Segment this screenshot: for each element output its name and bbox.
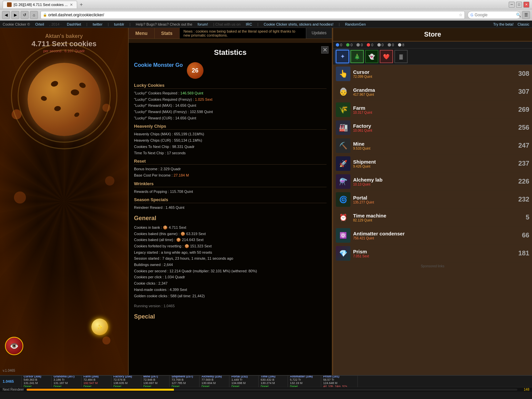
currency-val-1: 0 <box>350 43 352 47</box>
bottom-col-grandma: Grandma (307) 3.186 Tr 131.187 M Done! <box>52 376 81 387</box>
upgrade-item-4[interactable]: ▓ <box>394 50 408 63</box>
factory-count: 256 <box>514 124 529 131</box>
bottom-shipment-base: 127.785 M <box>172 381 197 385</box>
tumblr-link[interactable]: tumblr <box>114 22 124 26</box>
baked-game-row: Cookies baked (this game) : 🍪 63.319 Sex… <box>134 231 327 237</box>
tab-close-btn[interactable]: ✕ <box>70 3 73 7</box>
upgrade-item-3[interactable]: ❤️ <box>380 50 393 63</box>
currency-val-3: 0 <box>371 43 373 47</box>
bottom-col-prism: Prism (181) 56.57 Tr 124.648 M 4d, 10h, … <box>321 376 358 387</box>
address-bar[interactable] <box>48 13 459 17</box>
reload-button[interactable]: ↺ <box>21 11 29 19</box>
special-title: Special <box>134 313 327 320</box>
menu-button[interactable]: Menu <box>129 28 155 39</box>
building-row-factory[interactable]: 🏭 Factory 10.061 Quint 256 <box>333 119 532 137</box>
factory-cost-val: 10.061 Quint <box>353 129 372 132</box>
classic-link[interactable]: Classic <box>518 22 529 26</box>
bottom-mine-title: Mine (247) <box>143 376 167 378</box>
lucky-required-row: "Lucky!" Cookies Required : 146.569 Quin… <box>134 90 327 96</box>
forum-link[interactable]: forum! <box>198 22 208 26</box>
upgrade-icon-2: 👻 <box>368 54 375 60</box>
menu-button[interactable]: ☰ <box>522 11 530 19</box>
beta-link[interactable]: Try the beta! <box>493 22 513 26</box>
building-row-mine[interactable]: ⛏️ Mine 9.533 Quint 247 <box>333 137 532 155</box>
currency-val-4: 0 <box>382 43 384 47</box>
grandma-cost-val: 417.967 Quint <box>353 93 374 96</box>
building-row-timemachine[interactable]: ⏰ Time machine 82.129 Quint 5 <box>333 208 532 226</box>
golden-cookie[interactable]: ✨ <box>91 319 108 335</box>
hc-next-val: 98.331 Quadr <box>172 145 195 149</box>
search-input[interactable] <box>475 13 515 17</box>
special-section: Special <box>134 313 327 320</box>
middle-panel: Menu Stats News : cookies now being bake… <box>128 28 332 375</box>
prism-info: Prism 7.051 Sext <box>353 249 514 258</box>
security-icon: 🔒 <box>43 13 47 17</box>
bottom-cursor-time: Done! <box>24 385 49 387</box>
twitter-link[interactable]: twitter <box>93 22 102 26</box>
bottom-stats-row: Cursor (308) 549.363 B 131.241 M Done! G… <box>22 376 532 387</box>
upgrade-item-2[interactable]: 👻 <box>365 50 378 63</box>
window-close-btn[interactable]: ✕ <box>523 2 529 8</box>
game-area: Aktan's bakery 4.711 Sext cookies per se… <box>0 28 532 375</box>
mine-count: 247 <box>514 142 529 149</box>
big-cookie[interactable] <box>28 63 101 136</box>
irc-link[interactable]: IRC <box>246 22 252 26</box>
timemachine-cost: 82.129 Quint <box>353 218 514 222</box>
building-row-grandma[interactable]: 👵 Grandma 417.967 Quint 307 <box>333 83 532 101</box>
right-panel: Store 0 0 0 0 0 <box>332 28 532 375</box>
building-row-shipment[interactable]: 🚀 Shipment 9.426 Quint 237 <box>333 155 532 173</box>
bottom-prism-time: 4d, 10h, 24m, 52s <box>323 385 355 387</box>
farm-icon: 🌾 <box>336 102 350 117</box>
currency-dot-5 <box>388 43 391 47</box>
building-row-portal[interactable]: 🌀 Portal 135.277 Quint 232 <box>333 191 532 208</box>
bookmark-icon[interactable]: ☆ <box>459 13 463 17</box>
browser-tab[interactable]: [G 26][148] 4.711 Sext cookies ... ✕ <box>3 1 77 8</box>
search-icon[interactable]: 🔍 <box>516 13 521 17</box>
reset-cost-val: 27.184 M <box>174 173 189 177</box>
updates-button[interactable]: Updates <box>306 28 332 39</box>
currency-dot-4 <box>377 43 381 47</box>
building-row-prism[interactable]: 💎 Prism 7.051 Sext 181 <box>333 244 532 262</box>
window-minimize-btn[interactable]: ─ <box>509 2 515 8</box>
building-row-alchemy[interactable]: ⚗️ Alchemy lab 10.13 Quint 226 <box>333 173 532 191</box>
upgrade-icon-3: ❤️ <box>383 54 390 60</box>
lucky-required-val: 146.569 Quint <box>180 91 203 95</box>
stats-button[interactable]: Stats <box>155 28 180 39</box>
building-row-farm[interactable]: 🌾 Farm 10.317 Quint 269 <box>333 101 532 119</box>
bottom-col-farm: Farm (269) 72.484 B 192.547 M Done! <box>81 376 111 387</box>
hc-next-row: Cookies To Next Chip : 98.331 Quadr <box>134 144 327 150</box>
version-tag: v.1.0465 <box>3 369 15 372</box>
hc-cur-val: 550,134 (1.1M%) <box>174 138 202 142</box>
new-tab-button[interactable]: + <box>80 2 83 8</box>
bottom-grandma-base: 131.187 M <box>54 381 79 385</box>
google-icon: G <box>470 13 473 17</box>
hc-cur-row: Heavenly Chips (CUR) : 550,134 (1.1M%) <box>134 137 327 144</box>
building-row-antimatter[interactable]: ⚛️ Antimatter condenser 756.421 Quint 66 <box>333 226 532 244</box>
cm-text-block: Cookie Monster Go <box>134 62 183 68</box>
orteil-link[interactable]: Orteil <box>35 22 44 26</box>
dashnet-link[interactable]: DashNet <box>67 22 81 26</box>
building-row-cursor[interactable]: 👆 Cursor 72.099 Quint 308 <box>333 65 532 83</box>
santa-item[interactable]: 👁️ <box>5 337 23 355</box>
bottom-shipment-title: Shipment (237) <box>172 376 197 378</box>
window-maximize-btn[interactable]: □ <box>516 2 522 8</box>
forward-button[interactable]: ▶ <box>11 11 19 19</box>
home-button[interactable]: ⌂ <box>30 11 38 19</box>
currency-item-6: 8 <box>398 43 404 47</box>
shirts-link[interactable]: Cookie Clicker shirts, stickers and hood… <box>264 22 333 26</box>
currency-item-1: 0 <box>346 43 352 47</box>
modal-close-btn[interactable]: ✕ <box>321 46 329 54</box>
prism-name: Prism <box>353 249 514 254</box>
menubar-text: Cookie Clicker © <box>3 22 30 26</box>
bottom-antimatter-title: Antimatter (186) <box>290 376 319 378</box>
upgrade-item-1[interactable]: 🎄 <box>350 50 364 63</box>
prism-icon: 💎 <box>336 246 350 261</box>
currency-val-0: 0 <box>340 43 342 47</box>
bottom-farm-bonus: 72.484 B <box>83 378 109 381</box>
hc-max-row: Heavenly Chips (MAX) : 655,199 (1.31M%) <box>134 131 327 137</box>
back-button[interactable]: ◀ <box>2 11 10 19</box>
season-header: Season Specials <box>134 197 327 203</box>
randomgen-link[interactable]: RandomGen <box>345 22 366 26</box>
bottom-farm-time: Done! <box>83 385 109 387</box>
upgrade-item-0[interactable]: ✦ <box>336 50 349 63</box>
